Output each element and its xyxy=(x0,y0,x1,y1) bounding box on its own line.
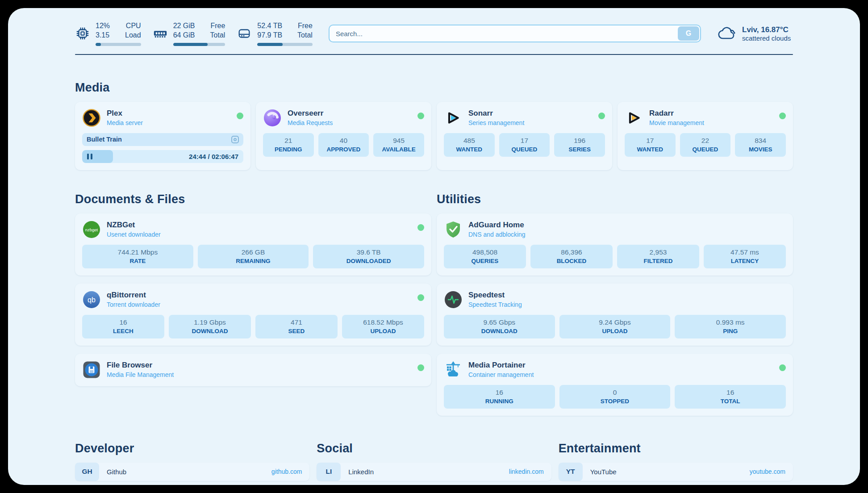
app-name: Sonarr xyxy=(468,109,593,118)
sonarr-icon xyxy=(444,109,463,127)
stat-tile: 40 APPROVED xyxy=(318,133,369,157)
app-description: Media File Management xyxy=(107,371,412,378)
bookmark-name: Github xyxy=(107,468,126,476)
app-card-qbittorrent[interactable]: qb qBittorrent Torrent downloader 16 LEE… xyxy=(75,284,431,346)
stat-tile: 9.24 Gbps UPLOAD xyxy=(559,315,671,338)
bookmark-url: github.com xyxy=(271,468,309,475)
top-bar: 12% 3.15 CPU Load xyxy=(75,21,793,46)
playback-time: 24:44 / 02:06:47 xyxy=(189,153,243,160)
app-card-adguard[interactable]: AdGuard Home DNS and adblocking 498,508 … xyxy=(437,213,793,276)
app-description: Container management xyxy=(468,371,773,378)
ram-icon xyxy=(153,26,168,41)
app-description: Speedtest Tracking xyxy=(468,301,786,308)
stat-tile: 834 MOVIES xyxy=(735,133,786,157)
memory-progress-bar xyxy=(173,43,225,46)
app-description: Media Requests xyxy=(288,119,412,126)
app-name: Radarr xyxy=(649,109,773,118)
section-title-utilities: Utilities xyxy=(437,192,793,206)
app-name: qBittorrent xyxy=(107,291,412,300)
section-documents: Documents & Files nzbget NZBGet Usenet d… xyxy=(75,192,431,424)
storage-free-value: 52.4 TB xyxy=(257,21,282,31)
stat-tile: 945 AVAILABLE xyxy=(373,133,424,157)
app-card-filebrowser[interactable]: File Browser Media File Management xyxy=(75,354,431,386)
section-title-developer: Developer xyxy=(75,442,309,455)
stat-tile: 618.52 Mbps UPLOAD xyxy=(342,315,424,338)
disk-icon xyxy=(237,26,252,41)
svg-text:qb: qb xyxy=(88,296,96,304)
app-name: File Browser xyxy=(107,361,412,370)
stat-tile: 2,953 FILTERED xyxy=(617,245,699,268)
portainer-icon xyxy=(444,360,463,379)
stat-tile: 498,508 QUERIES xyxy=(444,245,526,268)
app-name: AdGuard Home xyxy=(468,221,786,230)
app-description: DNS and adblocking xyxy=(468,231,786,238)
app-card-portainer[interactable]: Media Portainer Container management 16 … xyxy=(437,354,793,416)
status-dot xyxy=(417,113,424,119)
section-title-social: Social xyxy=(317,442,551,455)
stat-tile: 16 RUNNING xyxy=(444,385,555,409)
cpu-label: CPU xyxy=(125,21,141,31)
bookmark-name: YouTube xyxy=(590,468,617,476)
section-title-media: Media xyxy=(75,81,793,95)
app-card-radarr[interactable]: Radarr Movie management 17 WANTED 22 QUE… xyxy=(618,102,793,170)
app-card-nzbget[interactable]: nzbget NZBGet Usenet downloader 744.21 M… xyxy=(75,213,431,276)
app-card-plex[interactable]: Plex Media server Bullet Train 24:44 / 0… xyxy=(75,102,250,170)
section-developer: Developer GH Github github.com SO StackO… xyxy=(75,442,309,485)
stat-tile: 1.19 Gbps DOWNLOAD xyxy=(169,315,251,338)
weather-widget: Lviv, 16.87°C scattered clouds xyxy=(717,25,793,42)
overseerr-icon xyxy=(263,109,282,127)
stat-tile: 47.57 ms LATENCY xyxy=(704,245,786,268)
storage-free-label: Free xyxy=(297,21,313,31)
app-name: NZBGet xyxy=(107,221,412,230)
radarr-icon xyxy=(625,109,643,127)
cpu-usage-value: 12% xyxy=(96,21,110,31)
qbittorrent-icon: qb xyxy=(82,290,101,309)
app-card-speedtest[interactable]: Speedtest Speedtest Tracking 9.65 Gbps D… xyxy=(437,284,793,346)
cpu-widget: 12% 3.15 CPU Load xyxy=(75,21,141,46)
search-engine-button[interactable]: G xyxy=(678,26,699,41)
app-description: Movie management xyxy=(649,119,773,126)
stat-tile: 16 TOTAL xyxy=(675,385,786,409)
status-dot xyxy=(417,364,424,371)
stat-tile: 16 LEECH xyxy=(82,315,164,338)
app-name: Media Portainer xyxy=(468,361,773,370)
section-utilities: Utilities xyxy=(437,192,793,424)
status-dot xyxy=(779,364,786,371)
cpu-progress-bar xyxy=(96,43,141,46)
app-card-sonarr[interactable]: Sonarr Series management 485 WANTED 17 Q… xyxy=(437,102,612,170)
cloud-icon xyxy=(717,25,737,42)
bookmark-youtube[interactable]: YT YouTube youtube.com xyxy=(559,463,793,481)
memory-free-value: 22 GiB xyxy=(173,21,195,31)
video-icon xyxy=(231,136,239,143)
bookmark-github[interactable]: GH Github github.com xyxy=(75,463,309,481)
stat-tile: 485 WANTED xyxy=(444,133,495,157)
section-social: Social LI LinkedIn linkedin.com TW Twitt… xyxy=(317,442,551,485)
stat-tile: 196 SERIES xyxy=(554,133,605,157)
app-name: Speedtest xyxy=(468,291,786,300)
stat-tile: 39.6 TB DOWNLOADED xyxy=(313,245,424,268)
memory-total-label: Total xyxy=(210,31,225,40)
dashboard-panel: 12% 3.15 CPU Load xyxy=(8,8,860,485)
bookmark-badge: YT xyxy=(559,463,583,481)
section-title-entertainment: Entertainment xyxy=(559,442,793,455)
plex-icon xyxy=(82,109,101,127)
stat-tile: 22 QUEUED xyxy=(680,133,731,157)
bookmark-badge: LI xyxy=(317,463,341,481)
status-dot xyxy=(417,294,424,301)
weather-location-temp: Lviv, 16.87°C xyxy=(742,25,791,34)
status-dot xyxy=(779,113,786,119)
search-input[interactable] xyxy=(329,25,701,42)
bookmark-linkedin[interactable]: LI LinkedIn linkedin.com xyxy=(317,463,551,481)
app-card-overseerr[interactable]: Overseerr Media Requests 21 PENDING 40 A… xyxy=(256,102,431,170)
pause-button[interactable] xyxy=(87,154,92,159)
svg-text:nzbget: nzbget xyxy=(85,227,98,232)
stat-tile: 17 WANTED xyxy=(625,133,676,157)
status-dot xyxy=(417,224,424,231)
app-description: Usenet downloader xyxy=(107,231,412,238)
cpu-load-label: Load xyxy=(125,31,141,40)
playback-progress-bar: 24:44 / 02:06:47 xyxy=(82,150,243,163)
status-dot xyxy=(598,113,605,119)
bookmark-name: LinkedIn xyxy=(348,468,374,476)
weather-condition: scattered clouds xyxy=(742,34,791,42)
app-description: Series management xyxy=(468,119,593,126)
